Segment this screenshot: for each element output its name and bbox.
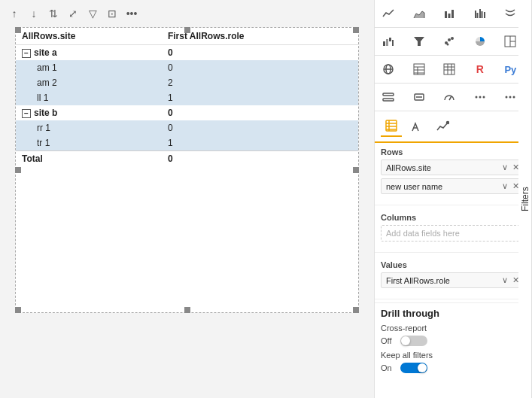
svg-rect-4 [476,13,478,18]
expand-icon[interactable]: − [22,49,31,58]
resize-handle-br[interactable] [353,307,359,313]
values-label: Values [381,260,526,269]
divider-1 [375,205,532,205]
table-row[interactable]: Total0 [16,151,358,167]
viz-icon-barchart[interactable] [439,3,460,24]
rows-field-0-actions: ∨ ✕ [500,163,521,172]
cross-report-label: Cross-report [381,324,526,333]
keep-filters-label: Keep all filters [381,351,526,360]
viz-icon-slicer[interactable] [378,87,399,108]
keep-filters-toggle[interactable] [400,363,427,373]
rows-field-1[interactable]: new user name ∨ ✕ [381,178,526,194]
sidebar: R Py [374,0,532,398]
viz-icon-matrix[interactable] [439,59,460,80]
drill-through-section: Drill through Cross-report Off Keep all … [375,302,532,382]
table-row[interactable]: rr 10 [16,120,358,135]
focus-button[interactable]: ⊡ [104,5,120,22]
viz-icon-linechart[interactable] [378,3,399,24]
resize-handle-tm[interactable] [184,27,190,33]
values-field-0-actions: ∨ ✕ [500,275,521,285]
viz-icon-funnel[interactable] [409,31,430,52]
viz-icon-clustered-bar[interactable] [470,3,491,24]
svg-point-41 [506,96,508,99]
viz-icon-gauge[interactable] [439,87,460,108]
rows-field-1-actions: ∨ ✕ [500,181,521,191]
values-field-0-chevron[interactable]: ∨ [500,275,509,285]
rows-field-0-name: AllRows.site [386,163,431,172]
resize-handle-ml[interactable] [15,167,21,173]
sort-both-button[interactable]: ⇅ [45,5,62,22]
cell-value: 1 [162,135,358,151]
col-header-site[interactable]: AllRows.site [16,28,162,45]
viz-icon-table[interactable] [409,59,430,80]
viz-icon-row-2 [375,28,532,56]
divider-2 [375,252,532,253]
viz-icon-card[interactable] [409,87,430,108]
keep-filters-track[interactable] [400,363,427,373]
svg-rect-34 [383,99,394,101]
filters-tab-label: Filters [520,187,530,211]
data-table: AllRows.site First AllRows.role −site a0… [16,28,358,166]
more-options-button[interactable]: ••• [123,5,140,22]
expand-icon[interactable]: − [22,109,31,118]
svg-rect-5 [479,9,481,18]
resize-handle-tr[interactable] [353,27,359,33]
table-row[interactable]: −site a0 [16,45,358,61]
sort-ascending-button[interactable]: ↑ [6,5,23,22]
svg-rect-3 [475,11,476,18]
rows-field-1-chevron[interactable]: ∨ [500,181,509,191]
table-container: AllRows.site First AllRows.role −site a0… [15,27,359,313]
filters-tab[interactable]: Filters [518,0,532,398]
svg-point-15 [451,37,454,40]
viz-icon-r-script[interactable]: R [470,59,491,80]
tab-analytics[interactable] [432,116,453,137]
svg-point-42 [509,96,512,99]
columns-label: Columns [381,213,526,222]
cell-value: 2 [162,75,358,90]
cross-report-thumb [401,336,410,345]
svg-point-14 [448,38,451,41]
sort-descending-button[interactable]: ↓ [26,5,42,22]
svg-point-16 [447,44,449,46]
resize-handle-bm[interactable] [184,307,190,313]
svg-rect-7 [484,12,485,18]
svg-point-50 [447,122,449,124]
expand-button[interactable]: ⤢ [65,5,81,22]
tab-fields[interactable] [381,116,402,137]
resize-handle-bl[interactable] [15,307,21,313]
columns-add-placeholder[interactable]: Add data fields here [381,225,526,242]
viz-icon-map[interactable] [378,59,399,80]
rows-field-0[interactable]: AllRows.site ∨ ✕ [381,160,526,175]
table-row[interactable]: am 22 [16,75,358,90]
table-row[interactable]: am 10 [16,60,358,75]
viz-icon-waterfall[interactable] [378,31,399,52]
col-header-role[interactable]: First AllRows.role [162,28,358,45]
tab-format[interactable] [406,116,427,137]
svg-rect-28 [444,64,454,74]
cross-report-toggle-label: Off [381,336,396,345]
svg-rect-10 [389,38,391,41]
svg-rect-6 [481,11,482,18]
svg-rect-1 [448,14,451,18]
svg-line-37 [449,96,451,100]
rows-section: Rows AllRows.site ∨ ✕ new user name ∨ ✕ [375,143,532,202]
table-row[interactable]: tr 11 [16,135,358,151]
viz-icon-areachart[interactable] [409,3,430,24]
rows-field-0-chevron[interactable]: ∨ [500,163,509,172]
resize-handle-tl[interactable] [15,27,21,33]
toolbar: ↑ ↓ ⇅ ⤢ ▽ ⊡ ••• [0,0,374,27]
cross-report-toggle[interactable] [400,336,427,346]
table-row[interactable]: −site b0 [16,105,358,120]
resize-handle-mr[interactable] [353,167,359,173]
cross-report-track[interactable] [400,336,427,346]
table-row[interactable]: ll 11 [16,90,358,105]
svg-rect-33 [383,93,394,96]
filter-button[interactable]: ▽ [84,5,101,22]
values-field-0[interactable]: First AllRows.role ∨ ✕ [381,272,526,288]
viz-icon-pie[interactable] [470,31,491,52]
svg-rect-0 [445,11,447,18]
viz-icon-more1[interactable] [470,87,491,108]
cell-value: 1 [162,90,358,105]
viz-icon-scatter[interactable] [439,31,460,52]
keep-filters-toggle-row: On [381,363,526,373]
